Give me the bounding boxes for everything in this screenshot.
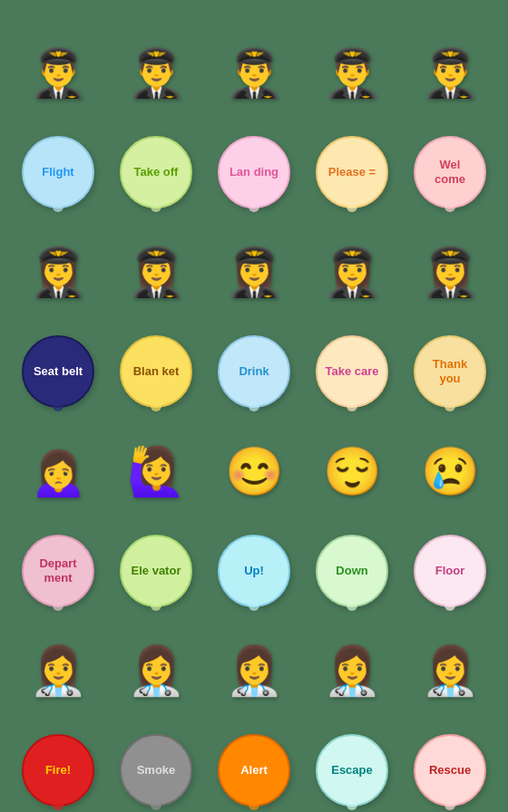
sticker-cell-c27[interactable]: Ele vator — [111, 526, 201, 616]
sticker-cell-c25[interactable]: 😢 — [405, 426, 495, 517]
woman-1: 🙍‍♀️ — [29, 448, 88, 495]
bubble-c8: Lan ding — [218, 136, 290, 208]
sticker-cell-c29[interactable]: Down — [307, 526, 397, 616]
woman-2: 🙋‍♀️ — [127, 448, 186, 495]
male-pilot-2: 👨‍✈️ — [127, 49, 186, 96]
sticker-cell-c4[interactable]: 👨‍✈️ — [307, 27, 397, 118]
male-pilot-4: 👨‍✈️ — [323, 49, 382, 96]
sticker-cell-c36[interactable]: Fire! — [13, 725, 103, 812]
male-pilot-1: 👨‍✈️ — [29, 49, 88, 96]
bubble-c27: Ele vator — [120, 535, 192, 607]
sticker-cell-c13[interactable]: 👩‍✈️ — [209, 227, 299, 317]
sticker-cell-c1[interactable]: 👨‍✈️ — [13, 27, 103, 118]
sticker-cell-c12[interactable]: 👩‍✈️ — [111, 227, 201, 317]
sticker-cell-c40[interactable]: Rescue — [405, 725, 495, 812]
bubble-c37: Smoke — [120, 734, 192, 807]
bubble-c19: Take care — [316, 335, 388, 408]
sticker-cell-c8[interactable]: Lan ding — [209, 127, 299, 218]
bubble-c10: Wel come — [414, 136, 486, 208]
bubble-c30: Floor — [414, 535, 486, 607]
sticker-cell-c22[interactable]: 🙋‍♀️ — [111, 426, 201, 517]
sticker-cell-c26[interactable]: Depart ment — [13, 526, 103, 616]
sticker-cell-c37[interactable]: Smoke — [111, 725, 201, 812]
sticker-cell-c11[interactable]: 👩‍✈️ — [13, 227, 103, 317]
sticker-cell-c10[interactable]: Wel come — [405, 127, 495, 218]
sticker-cell-c39[interactable]: Escape — [307, 725, 397, 812]
bubble-c7: Take off — [120, 136, 192, 208]
female-pilot-2: 👩‍✈️ — [127, 248, 186, 295]
sticker-cell-c20[interactable]: Thank you — [405, 326, 495, 417]
sticker-cell-c17[interactable]: Blan ket — [111, 326, 201, 417]
bubble-c18: Drink — [218, 335, 290, 408]
female-pilot-5: 👩‍✈️ — [421, 248, 480, 295]
sticker-cell-c5[interactable]: 👨‍✈️ — [405, 27, 495, 118]
bubble-c6: Flight — [22, 136, 94, 208]
bubble-c28: Up! — [218, 535, 290, 607]
sticker-cell-c30[interactable]: Floor — [405, 526, 495, 616]
bubble-c36: Fire! — [22, 734, 94, 807]
nurse-5: 👩‍⚕️ — [421, 647, 480, 694]
sticker-cell-c33[interactable]: 👩‍⚕️ — [209, 625, 299, 716]
male-pilot-3: 👨‍✈️ — [225, 49, 284, 96]
sticker-cell-c6[interactable]: Flight — [13, 127, 103, 218]
sticker-cell-c7[interactable]: Take off — [111, 127, 201, 218]
sticker-cell-c23[interactable]: 😊 — [209, 426, 299, 517]
nurse-2: 👩‍⚕️ — [127, 647, 186, 694]
woman-4: 😌 — [323, 448, 382, 495]
bubble-c9: Please = — [316, 136, 388, 208]
female-pilot-4: 👩‍✈️ — [323, 248, 382, 295]
sticker-cell-c31[interactable]: 👩‍⚕️ — [13, 625, 103, 716]
sticker-cell-c15[interactable]: 👩‍✈️ — [405, 227, 495, 317]
sticker-cell-c35[interactable]: 👩‍⚕️ — [405, 625, 495, 716]
woman-3: 😊 — [225, 448, 284, 495]
nurse-3: 👩‍⚕️ — [225, 647, 284, 694]
nurse-1: 👩‍⚕️ — [29, 647, 88, 694]
sticker-cell-c32[interactable]: 👩‍⚕️ — [111, 625, 201, 716]
sticker-cell-c16[interactable]: Seat belt — [13, 326, 103, 417]
female-pilot-3: 👩‍✈️ — [225, 248, 284, 295]
sticker-cell-c21[interactable]: 🙍‍♀️ — [13, 426, 103, 517]
bubble-c20: Thank you — [414, 335, 486, 408]
bubble-c26: Depart ment — [22, 535, 94, 607]
bubble-c17: Blan ket — [120, 335, 192, 408]
sticker-cell-c24[interactable]: 😌 — [307, 426, 397, 517]
nurse-4: 👩‍⚕️ — [323, 647, 382, 694]
sticker-cell-c38[interactable]: Alert — [209, 725, 299, 812]
sticker-cell-c3[interactable]: 👨‍✈️ — [209, 27, 299, 118]
sticker-cell-c34[interactable]: 👩‍⚕️ — [307, 625, 397, 716]
sticker-cell-c2[interactable]: 👨‍✈️ — [111, 27, 201, 118]
sticker-cell-c9[interactable]: Please = — [307, 127, 397, 218]
female-pilot-1: 👩‍✈️ — [29, 248, 88, 295]
bubble-c40: Rescue — [414, 734, 486, 807]
sticker-cell-c18[interactable]: Drink — [209, 326, 299, 417]
bubble-c39: Escape — [316, 734, 388, 807]
bubble-c16: Seat belt — [22, 335, 94, 408]
bubble-c29: Down — [316, 535, 388, 607]
sticker-cell-c19[interactable]: Take care — [307, 326, 397, 417]
sticker-cell-c14[interactable]: 👩‍✈️ — [307, 227, 397, 317]
male-pilot-5: 👨‍✈️ — [421, 49, 480, 96]
woman-5: 😢 — [421, 448, 480, 495]
sticker-cell-c28[interactable]: Up! — [209, 526, 299, 616]
bubble-c38: Alert — [218, 734, 290, 807]
sticker-grid: 👨‍✈️👨‍✈️👨‍✈️👨‍✈️👨‍✈️FlightTake offLan di… — [4, 18, 504, 812]
